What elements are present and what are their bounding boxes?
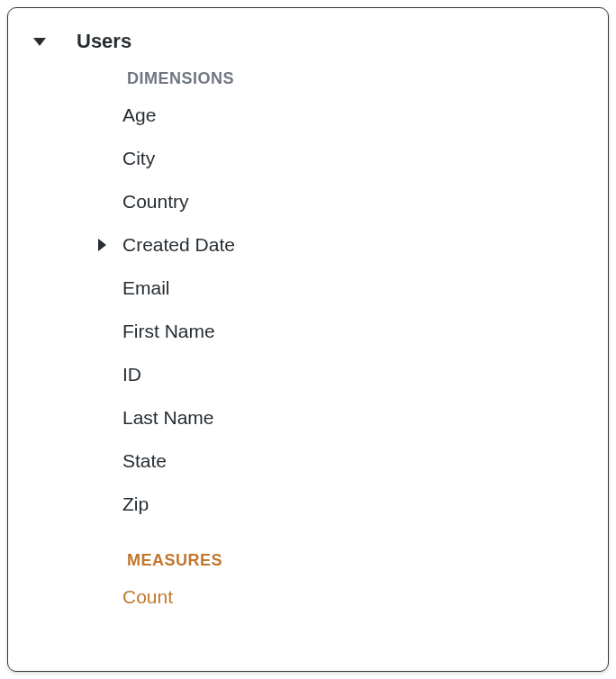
field-city[interactable]: City xyxy=(8,137,608,180)
field-label: ID xyxy=(122,364,141,385)
field-first-name[interactable]: First Name xyxy=(8,310,608,353)
view-header-users[interactable]: Users xyxy=(8,30,608,53)
field-label: First Name xyxy=(122,321,215,342)
field-age[interactable]: Age xyxy=(8,94,608,137)
field-label: Country xyxy=(122,191,189,213)
field-label: Created Date xyxy=(122,234,235,256)
field-label: Zip xyxy=(122,493,149,515)
field-label: Last Name xyxy=(122,407,214,429)
field-state[interactable]: State xyxy=(8,439,608,483)
field-email[interactable]: Email xyxy=(8,267,608,310)
view-title: Users xyxy=(77,30,131,53)
caret-right-icon xyxy=(98,239,106,251)
field-label: Count xyxy=(122,586,173,608)
caret-down-icon xyxy=(33,38,46,46)
dimensions-header: DIMENSIONS xyxy=(8,69,608,88)
field-country[interactable]: Country xyxy=(8,180,608,223)
field-count[interactable]: Count xyxy=(8,575,608,619)
field-label: Age xyxy=(122,104,156,126)
field-label: Email xyxy=(122,277,170,299)
field-created-date[interactable]: Created Date xyxy=(8,223,608,267)
field-last-name[interactable]: Last Name xyxy=(8,396,608,439)
field-zip[interactable]: Zip xyxy=(8,483,608,526)
measures-header: MEASURES xyxy=(8,551,608,570)
field-picker-panel: Users DIMENSIONS Age City Country Create… xyxy=(7,7,609,672)
field-id[interactable]: ID xyxy=(8,353,608,396)
field-label: State xyxy=(122,450,167,472)
field-label: City xyxy=(122,148,155,169)
